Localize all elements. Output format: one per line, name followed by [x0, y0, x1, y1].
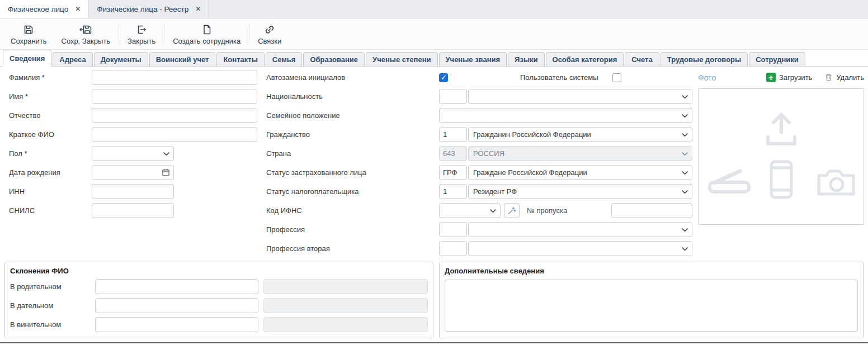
ifns-row: Код ИФНС № пропуска: [266, 203, 692, 218]
tab-scheta[interactable]: Счета: [625, 52, 659, 67]
accusative-auto-input: [263, 317, 428, 332]
marital-status-row: Семейное положение: [266, 108, 692, 123]
marital-status-select[interactable]: [439, 108, 692, 123]
citizenship-label: Гражданство: [266, 130, 439, 139]
dative-label: В дательном: [10, 301, 95, 310]
system-user-label: Пользователь системы: [520, 73, 612, 82]
patronymic-label: Отчество: [9, 111, 92, 120]
insured-status-select[interactable]: Граждане Российской Федерации: [468, 165, 692, 180]
calendar-icon[interactable]: [162, 168, 170, 177]
accusative-input[interactable]: [95, 317, 258, 332]
additional-textarea[interactable]: [445, 280, 858, 332]
save-close-button[interactable]: Сохр. Закрыть: [54, 18, 118, 49]
links-button[interactable]: Связки: [251, 18, 289, 49]
taxpayer-status-select[interactable]: Резидент РФ: [468, 184, 692, 199]
citizenship-select[interactable]: Гражданин Российской Федерации: [468, 127, 692, 142]
photo-delete-button[interactable]: Удалить: [824, 73, 864, 82]
magic-wand-icon: [507, 206, 516, 215]
nationality-row: Национальность: [266, 89, 692, 104]
tab-dokumenty[interactable]: Документы: [94, 52, 148, 67]
profession-row: Профессия: [266, 222, 692, 237]
profession2-row: Профессия вторая: [266, 241, 692, 256]
patronymic-input[interactable]: [92, 108, 257, 123]
create-employee-button[interactable]: Создать сотрудника: [166, 18, 248, 49]
save-icon: [23, 24, 34, 35]
dative-input[interactable]: [95, 298, 258, 313]
window-tab-registry[interactable]: Физические лица - Реестр: [89, 0, 209, 18]
taxpayer-status-code-input[interactable]: [439, 184, 467, 199]
pass-number-input[interactable]: [611, 203, 692, 218]
snils-input[interactable]: [92, 203, 174, 218]
citizenship-value: Гражданин Российской Федерации: [473, 130, 591, 139]
chevron-down-icon: [682, 133, 688, 137]
tab-obrazovanie[interactable]: Образование: [303, 52, 365, 67]
tab-sotrudniki[interactable]: Сотрудники: [749, 52, 805, 67]
birth-date-row: Дата рождения: [9, 165, 257, 180]
delete-label: Удалить: [836, 73, 864, 82]
profession-select[interactable]: [468, 222, 692, 237]
auto-initials-checkbox[interactable]: [439, 73, 448, 82]
system-user-checkbox[interactable]: [612, 73, 621, 82]
inn-row: ИНН: [9, 184, 257, 199]
country-code-input: [439, 146, 467, 161]
tab-osobaya-kategoriya[interactable]: Особая категория: [546, 52, 624, 67]
profession2-control: [439, 241, 692, 256]
profession-control: [439, 222, 692, 237]
tab-yazyki[interactable]: Языки: [508, 52, 544, 67]
snils-label: СНИЛС: [9, 206, 92, 215]
save-button[interactable]: Сохранить: [3, 18, 54, 49]
tab-kontakty[interactable]: Контакты: [216, 52, 264, 67]
close-tab-icon[interactable]: [195, 6, 201, 12]
close-tab-icon[interactable]: [75, 6, 81, 12]
save-close-label: Сохр. Закрыть: [62, 37, 111, 45]
close-button[interactable]: Закрыть: [120, 18, 163, 49]
surname-label: Фамилия *: [9, 73, 92, 82]
photo-header: Фото Загрузить Удалить: [698, 70, 864, 85]
profession2-select[interactable]: [468, 241, 692, 256]
photo-upload-button[interactable]: Загрузить: [766, 73, 812, 82]
tab-voinskiy-uchet[interactable]: Воинский учет: [149, 52, 216, 67]
gender-row: Пол *: [9, 146, 257, 161]
nationality-code-input[interactable]: [439, 89, 467, 104]
phone-icon: [769, 159, 794, 200]
toolbar-separator: [249, 23, 249, 44]
tab-adresa[interactable]: Адреса: [53, 52, 92, 67]
insured-status-code-input[interactable]: [439, 165, 467, 180]
profession-code-input[interactable]: [439, 222, 467, 237]
close-label: Закрыть: [128, 37, 155, 45]
chevron-down-icon: [682, 228, 688, 232]
surname-input[interactable]: [92, 70, 257, 85]
profession2-code-input[interactable]: [439, 241, 467, 256]
short-name-input[interactable]: [92, 127, 257, 142]
citizenship-code-input[interactable]: [439, 127, 467, 142]
insured-status-value: Граждане Российской Федерации: [473, 168, 587, 177]
taxpayer-status-row: Статус налогоплательщика Резидент РФ: [266, 184, 692, 199]
bottom-section: Склонения ФИО В родительном В дательном …: [0, 262, 868, 338]
window-tab-person[interactable]: Физическое лицо: [0, 0, 89, 18]
chevron-down-icon: [682, 171, 688, 175]
toolbar-separator: [119, 23, 119, 44]
tab-trudovye-dogovory[interactable]: Трудовые договоры: [661, 52, 748, 67]
surname-row: Фамилия *: [9, 70, 257, 85]
patronymic-row: Отчество: [9, 108, 257, 123]
photo-section: Фото Загрузить Удалить: [698, 70, 864, 225]
ifns-select[interactable]: [439, 203, 501, 218]
tab-uchenye-zvaniya[interactable]: Ученые звания: [439, 52, 507, 67]
inn-input[interactable]: [92, 184, 174, 199]
tab-uchenye-stepeni[interactable]: Ученые степени: [366, 52, 437, 67]
tab-semya[interactable]: Семья: [266, 52, 303, 67]
genitive-input[interactable]: [95, 279, 258, 294]
nationality-select[interactable]: [468, 89, 692, 104]
photo-placeholder[interactable]: [698, 88, 864, 225]
links-label: Связки: [258, 37, 281, 45]
ifns-autofill-button[interactable]: [504, 203, 520, 218]
taxpayer-status-control: Резидент РФ: [439, 184, 692, 199]
pass-number-label: № пропуска: [527, 206, 567, 215]
insured-status-control: Граждане Российской Федерации: [439, 165, 692, 180]
name-input[interactable]: [92, 89, 257, 104]
middle-column: Автозамена инициалов Пользователь систем…: [266, 70, 692, 260]
gender-label: Пол *: [9, 149, 92, 158]
profession2-label: Профессия вторая: [266, 244, 439, 253]
gender-select[interactable]: [92, 146, 174, 161]
tab-svedeniya[interactable]: Сведения: [3, 50, 51, 67]
